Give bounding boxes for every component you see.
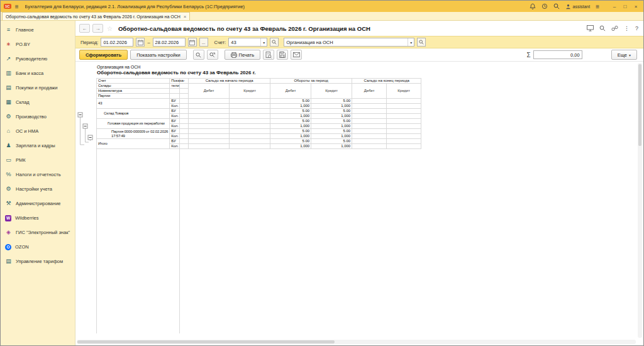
send-email-button[interactable] <box>291 50 302 60</box>
cell-turnover-debit[interactable]: 5.00 <box>270 99 311 104</box>
find-next-button[interactable] <box>207 50 218 60</box>
sidebar-item-glavnoe[interactable]: ≡Главное <box>1 23 75 37</box>
scrollbar-thumb[interactable] <box>638 64 641 146</box>
link-icon[interactable] <box>611 25 618 31</box>
forward-button[interactable]: → <box>92 24 103 33</box>
main-menu-icon[interactable]: ≡ <box>15 3 19 10</box>
print-button[interactable]: Печать <box>225 50 261 60</box>
sidebar-item-bank-i-kassa[interactable]: ▥Банк и касса <box>1 66 75 81</box>
cell-empty[interactable] <box>230 144 270 149</box>
cell-empty[interactable] <box>230 114 270 119</box>
cell-empty[interactable] <box>387 139 421 144</box>
search-icon[interactable] <box>599 25 606 31</box>
cell-turnover-credit[interactable]: 5.00 <box>311 139 352 144</box>
monitor-icon[interactable] <box>587 25 594 31</box>
indicator-cell[interactable]: БУ <box>170 109 189 114</box>
cell-empty[interactable] <box>230 99 270 104</box>
back-button[interactable]: ← <box>79 24 90 33</box>
cell-turnover-debit[interactable]: 1,000 <box>270 134 311 139</box>
maximize-button[interactable]: □ <box>621 3 630 10</box>
period-options-button[interactable]: ... <box>199 38 208 47</box>
minimize-button[interactable]: – <box>610 3 619 10</box>
sidebar-item-pokupki-i-prodazhi[interactable]: ▤Покупки и продажи <box>1 81 75 95</box>
search-icon[interactable] <box>553 3 560 9</box>
indicator-cell[interactable]: БУ <box>170 129 189 134</box>
cell-empty[interactable] <box>352 139 387 144</box>
chevron-down-icon[interactable]: ▾ <box>408 38 412 46</box>
cell-empty[interactable] <box>230 119 270 124</box>
print-preview-button[interactable] <box>263 50 274 60</box>
cell-empty[interactable] <box>352 124 387 129</box>
cell-empty[interactable] <box>189 139 230 144</box>
tab-report[interactable]: Оборотно-сальдовая ведомость по счету 43… <box>2 12 190 20</box>
cell-turnover-credit[interactable]: 5.00 <box>311 129 352 134</box>
close-button[interactable]: × <box>631 3 640 10</box>
show-settings-button[interactable]: Показать настройки <box>130 50 186 60</box>
organization-choose-button[interactable] <box>417 38 426 47</box>
cell-empty[interactable] <box>387 124 421 129</box>
cell-empty[interactable] <box>189 144 230 149</box>
cell-empty[interactable] <box>352 134 387 139</box>
cell-empty[interactable] <box>352 99 387 104</box>
tab-close-icon[interactable]: × <box>184 14 187 20</box>
indicator-cell[interactable]: БУ <box>170 99 189 104</box>
calendar-icon[interactable] <box>136 38 145 47</box>
sidebar-item-proizvodstvo[interactable]: ⚙Производство <box>1 109 75 124</box>
cell-empty[interactable] <box>387 104 421 109</box>
cell-turnover-debit[interactable]: 5.00 <box>270 139 311 144</box>
row-label-nomenclature[interactable]: Готовая продукция из переработки <box>97 119 170 129</box>
indicator-cell[interactable]: Кол. <box>170 104 189 109</box>
indicator-cell[interactable]: БУ <box>170 139 189 144</box>
cell-turnover-credit[interactable]: 1,000 <box>311 134 352 139</box>
cell-empty[interactable] <box>230 124 270 129</box>
more-button[interactable]: Еще ▾ <box>611 50 637 60</box>
sidebar-item-nastroyki-ucheta[interactable]: ⚙Настройки учета <box>1 182 75 196</box>
cell-empty[interactable] <box>189 134 230 139</box>
cell-empty[interactable] <box>387 119 421 124</box>
row-label-warehouse[interactable]: Склад Товаров <box>97 109 170 119</box>
service-menu-icon[interactable]: ≡ <box>596 3 599 10</box>
cell-empty[interactable] <box>189 119 230 124</box>
cell-empty[interactable] <box>352 104 387 109</box>
row-label-batch[interactable]: Партия 0000-000009 от 02.02.2026 17:57:4… <box>97 129 170 139</box>
notifications-bell-icon[interactable] <box>530 3 536 10</box>
cell-empty[interactable] <box>230 134 270 139</box>
cell-empty[interactable] <box>352 109 387 114</box>
find-button[interactable] <box>193 50 204 60</box>
sidebar-item-administrirovanie[interactable]: ⚒Администрирование <box>1 196 75 211</box>
sidebar-item-poby[interactable]: ∗PO.BY <box>1 37 75 52</box>
grouping-tree[interactable] <box>77 78 97 160</box>
cell-turnover-credit[interactable]: 1,000 <box>311 124 352 129</box>
sidebar-item-upravlenie-tarifom[interactable]: ▤Управление тарифом <box>1 254 75 269</box>
cell-turnover-debit[interactable]: 1,000 <box>270 114 311 119</box>
row-label-total[interactable]: Итого <box>97 139 170 149</box>
chevron-down-icon[interactable]: ▾ <box>260 38 265 46</box>
cell-turnover-credit[interactable]: 1,000 <box>311 144 352 149</box>
indicator-cell[interactable]: Кол. <box>170 114 189 119</box>
cell-turnover-debit[interactable]: 5.00 <box>270 109 311 114</box>
cell-empty[interactable] <box>352 114 387 119</box>
row-label-account[interactable]: 43 <box>97 99 170 109</box>
cell-empty[interactable] <box>189 129 230 134</box>
cell-empty[interactable] <box>387 109 421 114</box>
cell-empty[interactable] <box>189 114 230 119</box>
organization-input[interactable]: Организация на ОСН ▾ <box>284 38 414 47</box>
kebab-menu-icon[interactable]: ⋮ <box>624 25 630 31</box>
sidebar-item-ozon[interactable]: OOZON <box>1 240 75 254</box>
calendar-icon[interactable] <box>188 38 197 47</box>
indicator-cell[interactable]: Кол. <box>170 144 189 149</box>
cell-empty[interactable] <box>387 114 421 119</box>
account-choose-button[interactable] <box>270 38 279 47</box>
scrollbar-thumb[interactable] <box>77 340 335 343</box>
account-input[interactable]: 43 ▾ <box>228 38 267 47</box>
cell-empty[interactable] <box>387 144 421 149</box>
sidebar-item-rukovoditelyu[interactable]: ↗Руководителю <box>1 52 75 66</box>
cell-empty[interactable] <box>189 99 230 104</box>
cell-empty[interactable] <box>189 109 230 114</box>
sidebar-item-rmk[interactable]: ▭РМК <box>1 153 75 167</box>
cell-turnover-debit[interactable]: 1,000 <box>270 124 311 129</box>
sidebar-item-os-i-nma[interactable]: ⌂ОС и НМА <box>1 124 75 138</box>
cell-empty[interactable] <box>230 129 270 134</box>
history-icon[interactable] <box>541 3 548 9</box>
cell-turnover-credit[interactable]: 5.00 <box>311 99 352 104</box>
